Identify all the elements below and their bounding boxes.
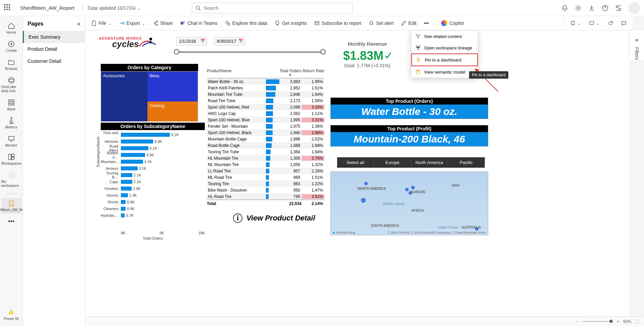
table-row[interactable]: Patch Kit/8 Patches2,9521.61%	[207, 85, 324, 91]
file-menu[interactable]: File	[89, 19, 114, 27]
treemap-orders-by-category[interactable]: Orders by Category Accessories Bikes Clo…	[101, 64, 198, 122]
bar-row[interactable]: Fenders2.0K	[121, 186, 203, 191]
col-productname[interactable]: ProductName	[207, 69, 279, 77]
account-manager-icon[interactable]	[615, 5, 622, 11]
comment-button[interactable]	[618, 19, 629, 27]
menu-pin-to-dashboard[interactable]: Pin to a dashboard	[411, 53, 478, 66]
nav-current-report[interactable]: Sheriffdeen_AW_Report	[1, 198, 21, 214]
page-customer-detail[interactable]: Customer Detail	[23, 55, 85, 67]
bar-row[interactable]: Road Bikes5.1K	[121, 146, 203, 151]
map-point[interactable]	[405, 188, 409, 191]
date-end-input[interactable]: 6/30/2017📅	[214, 37, 245, 45]
zoom-in-button[interactable]: +	[617, 319, 619, 324]
share-button[interactable]: Share	[150, 19, 175, 27]
table-row[interactable]: HL Mountain Tire1,3053.75%	[207, 155, 324, 161]
nav-powerbi[interactable]: Power BI	[1, 307, 21, 323]
bar-row[interactable]: Hydratio…0.7K	[121, 213, 203, 218]
table-row[interactable]: LL Road Tire9572.26%	[207, 168, 324, 174]
edit-button[interactable]: Edit	[398, 19, 419, 27]
map-point[interactable]	[475, 227, 478, 231]
bar-row[interactable]: Jerseys3.1K	[121, 166, 203, 171]
table-row[interactable]: Sport-100 Helmet, Black1,9402.68%	[207, 129, 324, 136]
barchart-orders-by-subcat[interactable]: Orders by SubcategoryName SubcategoryNam…	[101, 123, 205, 240]
card-top-product-orders[interactable]: Top Product (Orders) Water Bottle - 30 o…	[330, 97, 488, 119]
bar-row[interactable]: Shorts0.9K	[121, 199, 203, 204]
zoom-slider[interactable]	[583, 321, 613, 322]
nav-monitor[interactable]: Monitor	[1, 133, 21, 149]
region-pacific[interactable]: Pacific	[448, 157, 485, 168]
map-point[interactable]	[411, 186, 415, 189]
table-row[interactable]: ML Road Tire8681.51%	[207, 174, 324, 180]
product-table[interactable]: ProductName Total Orders▼ Return Rate Wa…	[207, 67, 324, 207]
download-icon[interactable]	[588, 5, 595, 11]
nav-create[interactable]: Create	[1, 38, 21, 54]
menu-view-semantic-model[interactable]: View semantic model	[411, 66, 478, 78]
export-menu[interactable]: Export	[117, 19, 148, 27]
bar-row[interactable]: Mountain…4.1K	[121, 159, 203, 164]
nav-metrics[interactable]: Metrics	[1, 115, 21, 131]
notifications-icon[interactable]	[561, 5, 568, 11]
insights-button[interactable]: Get insights	[272, 19, 310, 27]
data-updated-dropdown[interactable]: Data updated 10/17/24	[83, 5, 141, 11]
subscribe-button[interactable]: Subscribe to report	[312, 19, 364, 27]
filters-pane-collapsed[interactable]: « Filters	[629, 30, 644, 60]
zoom-out-button[interactable]: −	[576, 319, 579, 324]
slider-handle-end[interactable]	[320, 49, 326, 54]
treemap-tile-accessories[interactable]: Accessories	[101, 72, 147, 121]
map-point[interactable]	[361, 198, 366, 203]
table-row[interactable]: Sport-100 Helmet, Blue1,9953.31%	[207, 117, 324, 123]
date-start-input[interactable]: 1/1/2016📅	[176, 37, 207, 45]
app-launcher-icon[interactable]	[4, 4, 12, 12]
menu-workspace-lineage[interactable]: Open workspace lineage	[411, 42, 478, 53]
bar-row[interactable]: Cleaners0.9K	[121, 206, 203, 211]
slider-handle-start[interactable]	[174, 49, 179, 54]
map-point[interactable]	[364, 182, 368, 185]
settings-icon[interactable]	[575, 5, 582, 11]
help-icon[interactable]	[602, 5, 608, 11]
search-input[interactable]	[203, 5, 349, 11]
treemap-tile-clothing[interactable]: Clothing	[147, 101, 198, 121]
table-row[interactable]: Mountain Bottle Cage1,8962.02%	[207, 136, 324, 142]
col-total-orders[interactable]: Total Orders▼	[279, 69, 302, 77]
chat-teams-button[interactable]: Chat in Teams	[177, 19, 220, 27]
nav-home[interactable]: Home	[1, 20, 21, 36]
table-row[interactable]: Touring Tire Tube1,3641.64%	[207, 149, 324, 155]
refresh-button[interactable]	[605, 19, 616, 27]
nav-workspaces[interactable]: Workspaces	[1, 151, 21, 167]
bar-row[interactable]: Helmets6.0K	[121, 139, 203, 144]
collapse-pages-icon[interactable]: «	[77, 21, 80, 27]
alert-button[interactable]: Set alert	[366, 19, 396, 27]
explore-button[interactable]: Explore this data	[222, 19, 270, 27]
search-box[interactable]	[192, 3, 353, 13]
date-range-slicer[interactable]: 1/1/2016📅 6/30/2017📅	[176, 37, 324, 53]
table-row[interactable]: Road Bottle Cage1,6681.68%	[207, 142, 324, 149]
view-mode-button[interactable]	[586, 19, 602, 27]
map-point[interactable]	[409, 191, 412, 195]
bar-row[interactable]: Bottles a…4.5K	[121, 152, 203, 157]
menu-see-related[interactable]: See related content	[411, 31, 478, 42]
view-product-detail-link[interactable]: i View Product Detail	[233, 213, 315, 223]
bar-row[interactable]: Touring B…2.1K	[121, 172, 203, 177]
table-row[interactable]: HL Road Tire7953.52%	[207, 193, 324, 200]
user-avatar[interactable]	[629, 2, 640, 14]
table-row[interactable]: Bike Wash - Dissolver8501.47%	[207, 187, 324, 193]
card-top-product-profit[interactable]: Top Product (Profit) Mountain-200 Black,…	[330, 125, 488, 147]
page-product-detail[interactable]: Product Detail	[23, 43, 85, 55]
nav-my-workspace[interactable]: My workspace	[1, 169, 21, 190]
bookmark-button[interactable]	[567, 19, 584, 27]
table-row[interactable]: ML Mountain Tire1,0591.32%	[207, 161, 324, 168]
nav-browse[interactable]: Browse	[1, 56, 21, 73]
world-map[interactable]: NORTH AMERICA SOUTH AMERICA EUROPE AFRIC…	[330, 171, 488, 235]
nav-more[interactable]: •••	[1, 216, 21, 227]
bar-row[interactable]: Tires and …9.1K	[121, 132, 203, 137]
more-options-button[interactable]: •••	[421, 19, 431, 27]
page-exec-summary[interactable]: Exec Summary	[23, 31, 85, 43]
nav-apps[interactable]: Apps	[1, 97, 21, 113]
nav-onelake[interactable]: OneLake data hub	[1, 75, 21, 95]
table-row[interactable]: Sport-100 Helmet, Red2,0993.33%	[207, 104, 324, 110]
table-row[interactable]: AWC Logo Cap2,0621.11%	[207, 110, 324, 117]
bar-row[interactable]: Gloves1.3K	[121, 193, 203, 198]
region-select-all[interactable]: Select all	[337, 157, 374, 168]
table-row[interactable]: Water Bottle - 30 oz.3,9831.95%	[207, 78, 324, 85]
fit-to-page-button[interactable]: ⛶	[635, 319, 639, 324]
